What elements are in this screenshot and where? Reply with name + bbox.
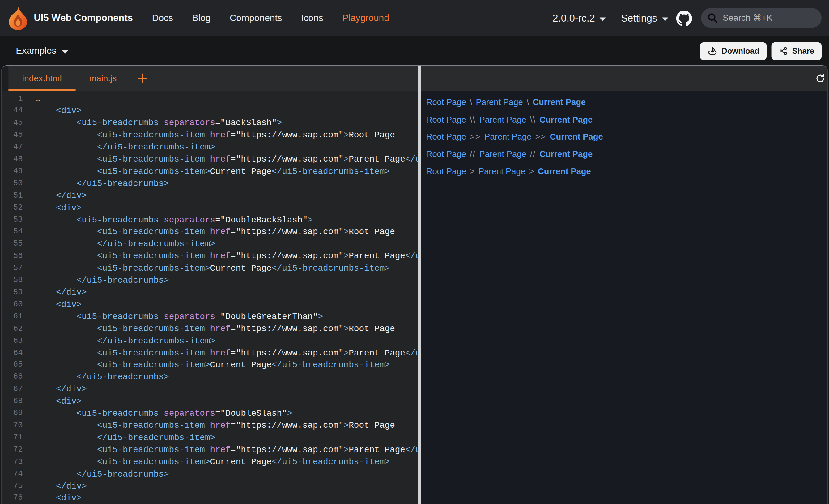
github-icon[interactable] bbox=[676, 10, 692, 26]
nav-link-components[interactable]: Components bbox=[230, 13, 282, 24]
line-number: 75 bbox=[2, 480, 23, 493]
tab-index-html[interactable]: index.html bbox=[8, 66, 75, 91]
breadcrumb-separator: // bbox=[530, 150, 536, 159]
line-content: </div> bbox=[23, 384, 87, 396]
editor-tabbar: index.html main.js bbox=[2, 66, 418, 91]
playground-app: UI5 Web Components DocsBlogComponentsIco… bbox=[0, 0, 829, 504]
line-content: </div> bbox=[23, 480, 87, 493]
line-number: 51 bbox=[2, 190, 23, 202]
nav-link-playground[interactable]: Playground bbox=[342, 13, 389, 24]
line-number: 72 bbox=[2, 444, 23, 456]
code-line: 44 <div> bbox=[2, 105, 418, 117]
line-content: </ui5-breadcrumbs> bbox=[23, 275, 169, 287]
code-line: 67 </div> bbox=[2, 384, 418, 396]
code-line: 53 <ui5-breadcrumbs separators="DoubleBa… bbox=[2, 214, 418, 226]
code-line: 68 <div> bbox=[2, 396, 418, 408]
breadcrumb-row: Root Page\\Parent Page\\Current Page bbox=[426, 111, 827, 128]
line-content: <ui5-breadcrumbs-item>Current Page</ui5-… bbox=[23, 359, 390, 372]
version-dropdown[interactable]: 2.0.0-rc.2 bbox=[553, 12, 606, 24]
line-number: 50 bbox=[2, 178, 23, 190]
line-content: </ui5-breadcrumbs> bbox=[23, 372, 169, 384]
line-content: <ui5-breadcrumbs-item>Current Page</ui5-… bbox=[23, 456, 390, 468]
breadcrumb-row: Root Page//Parent Page//Current Page bbox=[426, 146, 827, 163]
breadcrumb-separator: \\ bbox=[530, 115, 536, 124]
line-number: 52 bbox=[2, 202, 23, 214]
breadcrumb-separator: > bbox=[529, 167, 534, 176]
preview-toolbar bbox=[421, 66, 827, 91]
breadcrumb-link[interactable]: Root Page bbox=[426, 132, 466, 142]
examples-label: Examples bbox=[16, 45, 56, 56]
tab-main-js[interactable]: main.js bbox=[75, 66, 131, 91]
nav-link-blog[interactable]: Blog bbox=[192, 13, 211, 24]
chevron-down-icon bbox=[662, 17, 668, 21]
breadcrumb-link[interactable]: Parent Page bbox=[478, 167, 526, 176]
breadcrumb-separator: // bbox=[470, 150, 476, 159]
line-content: </ui5-breadcrumbs-item> bbox=[23, 335, 215, 347]
nav-link-docs[interactable]: Docs bbox=[152, 13, 173, 24]
breadcrumb-link[interactable]: Parent Page bbox=[484, 132, 531, 142]
download-button[interactable]: Download bbox=[700, 42, 767, 60]
examples-dropdown[interactable]: Examples bbox=[16, 45, 68, 56]
line-number: 70 bbox=[2, 420, 23, 432]
chevron-down-icon bbox=[62, 50, 68, 54]
line-content: </ui5-breadcrumbs-item> bbox=[23, 142, 215, 154]
search-icon bbox=[708, 12, 718, 23]
breadcrumb-current: Current Page bbox=[550, 132, 603, 142]
code-line: 65 <ui5-breadcrumbs-item>Current Page</u… bbox=[2, 359, 418, 372]
tab-label: index.html bbox=[22, 74, 62, 83]
line-number: 68 bbox=[2, 396, 23, 408]
code-line: 61 <ui5-breadcrumbs separators="DoubleGr… bbox=[2, 311, 418, 323]
share-button[interactable]: Share bbox=[771, 42, 822, 60]
code-line: 50 </ui5-breadcrumbs> bbox=[2, 178, 418, 190]
breadcrumb-link[interactable]: Parent Page bbox=[479, 150, 527, 159]
line-number: 56 bbox=[2, 250, 23, 263]
line-content: <div> bbox=[23, 493, 82, 504]
code-line: 76 <div> bbox=[2, 493, 418, 504]
code-line: 59 </div> bbox=[2, 287, 418, 299]
breadcrumb-link[interactable]: Root Page bbox=[426, 98, 466, 107]
breadcrumb-link[interactable]: Root Page bbox=[426, 167, 466, 176]
line-number: 46 bbox=[2, 129, 23, 142]
nav-link-icons[interactable]: Icons bbox=[301, 13, 323, 24]
breadcrumb-separator: > bbox=[470, 167, 475, 176]
search-input[interactable]: Search ⌘+K bbox=[701, 8, 822, 28]
plus-icon bbox=[137, 74, 147, 83]
brand[interactable]: UI5 Web Components bbox=[7, 6, 133, 30]
nav-links: DocsBlogComponentsIconsPlayground bbox=[152, 13, 389, 24]
line-number: 59 bbox=[2, 287, 23, 299]
breadcrumb-current: Current Page bbox=[539, 150, 592, 159]
code-lines[interactable]: 1…44 <div>45 <ui5-breadcrumbs separators… bbox=[2, 91, 418, 504]
code-line: 60 <div> bbox=[2, 299, 418, 311]
breadcrumb-separator: \ bbox=[470, 98, 472, 107]
settings-dropdown[interactable]: Settings bbox=[621, 12, 668, 24]
line-number: 65 bbox=[2, 359, 23, 372]
breadcrumb-link[interactable]: Parent Page bbox=[476, 98, 523, 107]
line-content: <ui5-breadcrumbs separators="BackSlash"> bbox=[23, 117, 282, 129]
breadcrumb-separator: \\ bbox=[470, 115, 476, 124]
line-content: <div> bbox=[23, 299, 82, 311]
breadcrumb-link[interactable]: Parent Page bbox=[479, 115, 527, 124]
line-content: <ui5-breadcrumbs-item href="https://www.… bbox=[23, 154, 418, 166]
code-line: 66 </ui5-breadcrumbs> bbox=[2, 372, 418, 384]
line-number: 64 bbox=[2, 347, 23, 359]
line-content: </ui5-breadcrumbs> bbox=[23, 178, 169, 190]
line-number: 53 bbox=[2, 214, 23, 226]
line-content: <ui5-breadcrumbs-item href="https://www.… bbox=[23, 347, 418, 359]
breadcrumb-link[interactable]: Root Page bbox=[426, 150, 466, 159]
breadcrumb-separator: >> bbox=[470, 132, 481, 142]
tabbar-leading-strip bbox=[2, 66, 8, 91]
code-line: 72 <ui5-breadcrumbs-item href="https://w… bbox=[2, 444, 418, 456]
add-tab-button[interactable] bbox=[131, 66, 154, 91]
code-line: 71 </ui5-breadcrumbs-item> bbox=[2, 432, 418, 444]
breadcrumb-current: Current Page bbox=[538, 167, 591, 176]
preview-breadcrumbs: Root Page\Parent Page\Current PageRoot P… bbox=[421, 91, 827, 504]
breadcrumb-link[interactable]: Root Page bbox=[426, 115, 466, 124]
refresh-icon[interactable] bbox=[816, 74, 825, 83]
breadcrumb-row: Root Page>>Parent Page>>Current Page bbox=[426, 128, 827, 146]
code-line: 62 <ui5-breadcrumbs-item href="https://w… bbox=[2, 323, 418, 335]
line-content: <div> bbox=[23, 105, 82, 117]
code-line: 46 <ui5-breadcrumbs-item href="https://w… bbox=[2, 129, 418, 142]
split-divider[interactable] bbox=[418, 66, 421, 504]
line-number: 1 bbox=[2, 93, 23, 105]
code-line: 1… bbox=[2, 93, 418, 105]
